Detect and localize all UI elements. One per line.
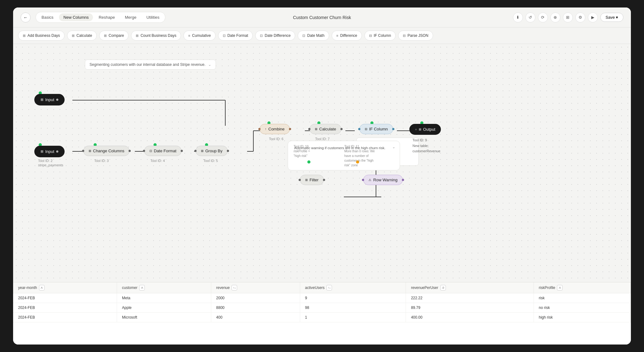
warning-expand-icon[interactable]: ⌄	[392, 145, 395, 149]
tool-calculate[interactable]: ⊞ Calculate	[67, 31, 97, 41]
node-filter[interactable]: ⊞ Filter	[300, 175, 324, 185]
output-tooltip: Tool ID: 9 New table: customerRevenue	[412, 138, 440, 154]
row-warning-icon: ⚠	[368, 178, 371, 182]
nav-tab-reshape[interactable]: Reshape	[94, 13, 119, 21]
tool-parse-json[interactable]: ⊟ Parse JSON	[398, 31, 433, 41]
change-columns-tool-id: Tool ID: 3	[94, 159, 109, 163]
tool-cumulative[interactable]: ≡ Cumulative	[183, 31, 215, 41]
col-header-revenue: revenue ↑↓	[211, 282, 300, 293]
if-column-left	[358, 128, 360, 130]
row-warning-left	[362, 179, 364, 181]
node-input2[interactable]: ⊞ Input	[34, 146, 65, 157]
date-format-right	[181, 150, 183, 152]
refresh-button[interactable]: ↺	[525, 12, 535, 22]
if-column-right	[392, 128, 394, 130]
nav-tab-merge[interactable]: Merge	[120, 13, 141, 21]
combine-left	[258, 128, 261, 130]
output-icon1: ○	[415, 128, 417, 131]
play-button[interactable]: ▶	[588, 12, 598, 22]
warning-box: Automatic warning if customers are in th…	[288, 141, 400, 170]
col-header-revenue-per-user: revenuePerUser .0	[406, 282, 534, 293]
tool-add-business-days[interactable]: ⊞ Add Business Days	[18, 31, 65, 41]
cell-customer-0: Meta	[117, 293, 211, 303]
input2-tool-id: Tool ID: 2	[38, 159, 52, 163]
node-if-column[interactable]: ⊟ IF Column	[359, 124, 393, 134]
table-row: 2024-FEB Meta 2000 9 222.22 risk	[13, 293, 631, 303]
if-column-label: IF Column	[369, 127, 388, 131]
input2-extra: stripe_payments	[38, 163, 63, 167]
settings-button[interactable]: ⚙	[575, 12, 585, 22]
cell-risk-profile-0: risk	[534, 293, 631, 303]
tool-date-difference[interactable]: ⊡ Date Difference	[255, 31, 295, 41]
table-header-row: year-month A customer A	[13, 282, 631, 293]
if-column-icon: ⊟	[365, 127, 367, 131]
input2-connector	[56, 150, 58, 153]
tool-icon-date-format: ⊡	[223, 34, 226, 38]
page-title: Custom Customer Churn Risk	[293, 15, 351, 20]
change-columns-left	[82, 150, 84, 152]
bookmark-button[interactable]: ⊕	[550, 12, 560, 22]
nav-tab-basics[interactable]: Basics	[37, 13, 58, 21]
back-button[interactable]: ←	[21, 12, 31, 22]
cell-active-users-1: 98	[300, 303, 406, 313]
output-icon2: ⊞	[419, 128, 421, 131]
input2-icon: ⊞	[41, 149, 43, 154]
header: ← Basics New Columns Reshape Merge Utili…	[13, 7, 631, 27]
cell-active-users-2: 1	[300, 313, 406, 322]
col-header-customer: customer A	[117, 282, 211, 293]
calculate-label: Calculate	[319, 127, 336, 131]
tool-date-format[interactable]: ⊡ Date Format	[218, 31, 253, 41]
filter-left	[299, 179, 301, 181]
node-output[interactable]: ○ ⊞ Output	[409, 124, 441, 135]
tool-icon-compare: ⊞	[104, 34, 107, 38]
table-row: 2024-FEB Microsoft 400 1 400.00 high ris…	[13, 313, 631, 322]
cell-revenue-per-user-1: 89.79	[406, 303, 534, 313]
row-warning-detail: Tool ID: 11 More than 0 rows: We have a …	[344, 144, 375, 168]
nav-tab-utilities[interactable]: Utilities	[142, 13, 164, 21]
toolbar: ⊞ Add Business Days ⊞ Calculate ⊞ Compar…	[13, 27, 631, 44]
reload-button[interactable]: ⟳	[538, 12, 548, 22]
col-type-active-users: ↑↓	[326, 285, 332, 291]
description-expand-icon[interactable]: ⌄	[208, 62, 211, 67]
col-type-year-month: A	[39, 285, 45, 291]
tool-if-column[interactable]: ⊟ IF Column	[364, 31, 396, 41]
col-type-revenue-per-user: .0	[440, 285, 446, 291]
combine-label: Combine	[268, 127, 285, 131]
node-calculate[interactable]: ⊞ Calculate	[310, 124, 341, 134]
group-by-icon: ⊞	[201, 149, 203, 153]
canvas-area[interactable]: Segmenting customers with our internal d…	[13, 44, 631, 345]
tool-compare[interactable]: ⊞ Compare	[99, 31, 129, 41]
group-by-label: Group By	[205, 149, 222, 153]
node-date-format[interactable]: ⊡ Date Format	[144, 146, 182, 156]
cell-risk-profile-2: high risk	[534, 313, 631, 322]
node-input1[interactable]: ⊞ Input	[34, 94, 65, 105]
cell-customer-2: Microsoft	[117, 313, 211, 322]
tool-icon-date-math: ⊡	[302, 34, 305, 38]
group-by-left	[194, 150, 197, 152]
change-columns-right	[129, 150, 131, 152]
group-by-right	[227, 150, 229, 152]
tool-count-business-days[interactable]: ⊞ Count Business Days	[131, 31, 181, 41]
grid-button[interactable]: ⊞	[563, 12, 573, 22]
node-group-by[interactable]: ⊞ Group By	[196, 146, 228, 156]
filter-right	[323, 179, 325, 181]
tool-icon-date-difference: ⊡	[260, 34, 263, 38]
download-button[interactable]: ⬇	[513, 12, 523, 22]
tool-icon-if-column: ⊟	[369, 34, 372, 38]
cell-revenue-0: 2000	[211, 293, 300, 303]
cell-active-users-0: 9	[300, 293, 406, 303]
save-button[interactable]: Save ▾	[600, 13, 623, 22]
input1-connector	[56, 99, 58, 101]
node-change-columns[interactable]: ⊞ Change Columns	[83, 146, 129, 156]
nav-tab-new-columns[interactable]: New Columns	[59, 13, 93, 21]
node-row-warning[interactable]: ⚠ Row Warning	[363, 175, 403, 185]
tool-difference[interactable]: ≡ Difference	[332, 31, 362, 41]
cell-revenue-1: 8800	[211, 303, 300, 313]
nav-tabs: Basics New Columns Reshape Merge Utiliti…	[36, 12, 165, 23]
node-combine[interactable]: ↑ Combine	[260, 124, 290, 134]
data-table: year-month A customer A	[13, 282, 631, 322]
date-format-icon: ⊡	[149, 149, 152, 153]
tool-date-math[interactable]: ⊡ Date Math	[298, 31, 329, 41]
combine-right	[289, 128, 291, 130]
tool-icon-difference: ≡	[336, 34, 338, 37]
